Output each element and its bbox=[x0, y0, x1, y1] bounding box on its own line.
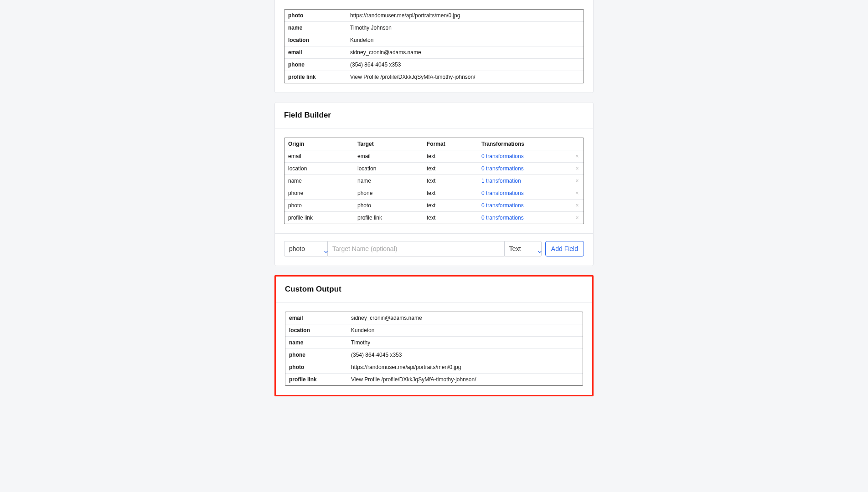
field-value: Kundeton bbox=[346, 34, 584, 46]
field-value: View Profile /profile/DXkkJqSyMfA-timoth… bbox=[347, 374, 583, 385]
custom-output-table: emailsidney_cronin@adams.namelocationKun… bbox=[285, 312, 583, 386]
transformations-link[interactable]: 0 transformations bbox=[481, 202, 524, 209]
add-field-button[interactable]: Add Field bbox=[545, 241, 584, 256]
table-row: emailemailtext0 transformations× bbox=[284, 150, 584, 163]
custom-output-highlight: Custom Output emailsidney_cronin@adams.n… bbox=[274, 275, 594, 396]
transformations-cell: 0 transformations bbox=[478, 200, 571, 211]
table-row: photophototext0 transformations× bbox=[284, 200, 584, 212]
origin-cell: email bbox=[284, 150, 354, 162]
field-key: phone bbox=[284, 59, 346, 71]
table-row: locationlocationtext0 transformations× bbox=[284, 163, 584, 175]
custom-output-header: Custom Output bbox=[276, 277, 592, 302]
table-row: emailsidney_cronin@adams.name bbox=[285, 312, 583, 324]
target-cell: email bbox=[354, 150, 423, 162]
format-cell: text bbox=[423, 150, 478, 162]
field-builder-header: Field Builder bbox=[275, 102, 593, 128]
field-value: https://randomuser.me/api/portraits/men/… bbox=[346, 10, 584, 21]
delete-row-button[interactable]: × bbox=[571, 175, 584, 187]
delete-row-button[interactable]: × bbox=[571, 200, 584, 211]
field-key: photo bbox=[285, 361, 347, 373]
col-transformations: Transformations bbox=[478, 138, 571, 150]
table-row: nameTimothy Johnson bbox=[284, 22, 584, 34]
field-key: location bbox=[284, 34, 346, 46]
table-header-row: OriginTargetFormatTransformations bbox=[284, 138, 584, 150]
field-value: https://randomuser.me/api/portraits/men/… bbox=[347, 361, 583, 373]
table-row: profile linkView Profile /profile/DXkkJq… bbox=[285, 374, 583, 385]
origin-cell: phone bbox=[284, 187, 354, 199]
col-delete bbox=[571, 138, 584, 150]
add-field-button-label: Add Field bbox=[551, 245, 578, 252]
table-row: phone(354) 864-4045 x353 bbox=[284, 59, 584, 71]
table-row: phonephonetext0 transformations× bbox=[284, 187, 584, 200]
delete-row-button[interactable]: × bbox=[571, 187, 584, 199]
transformations-link[interactable]: 0 transformations bbox=[481, 215, 524, 221]
origin-cell: location bbox=[284, 163, 354, 174]
field-key: email bbox=[284, 46, 346, 58]
origin-cell: profile link bbox=[284, 212, 354, 224]
field-key: phone bbox=[285, 349, 347, 361]
close-icon: × bbox=[575, 178, 579, 184]
field-value: sidney_cronin@adams.name bbox=[347, 312, 583, 324]
col-format: Format bbox=[423, 138, 478, 150]
field-value: Kundeton bbox=[347, 324, 583, 336]
delete-row-button[interactable]: × bbox=[571, 150, 584, 162]
format-select[interactable]: Text bbox=[504, 241, 542, 256]
table-row: nameTimothy bbox=[285, 337, 583, 349]
field-key: photo bbox=[284, 10, 346, 21]
transformations-cell: 0 transformations bbox=[478, 187, 571, 199]
delete-row-button[interactable]: × bbox=[571, 163, 584, 174]
field-builder-card: Field Builder OriginTargetFormatTransfor… bbox=[274, 102, 594, 266]
field-value: View Profile /profile/DXkkJqSyMfA-timoth… bbox=[346, 71, 584, 83]
field-builder-title: Field Builder bbox=[284, 111, 584, 120]
close-icon: × bbox=[575, 153, 579, 159]
close-icon: × bbox=[575, 165, 579, 172]
field-builder-table: OriginTargetFormatTransformationsemailem… bbox=[284, 138, 584, 224]
field-key: name bbox=[285, 337, 347, 348]
col-origin: Origin bbox=[284, 138, 354, 150]
origin-select-value: photo bbox=[289, 245, 305, 252]
custom-output-title: Custom Output bbox=[285, 285, 583, 294]
target-cell: name bbox=[354, 175, 423, 187]
transformations-cell: 0 transformations bbox=[478, 150, 571, 162]
source-data-card: photohttps://randomuser.me/api/portraits… bbox=[274, 0, 594, 93]
target-cell: location bbox=[354, 163, 423, 174]
table-row: profile linkView Profile /profile/DXkkJq… bbox=[284, 71, 584, 83]
custom-output-card: Custom Output emailsidney_cronin@adams.n… bbox=[276, 277, 592, 395]
add-field-row: photo Text Add Field bbox=[275, 233, 593, 266]
col-target: Target bbox=[354, 138, 423, 150]
close-icon: × bbox=[575, 215, 579, 221]
table-row: photohttps://randomuser.me/api/portraits… bbox=[284, 10, 584, 22]
target-cell: photo bbox=[354, 200, 423, 211]
field-key: email bbox=[285, 312, 347, 324]
field-key: name bbox=[284, 22, 346, 34]
table-row: phone(354) 864-4045 x353 bbox=[285, 349, 583, 361]
field-value: Timothy bbox=[347, 337, 583, 348]
target-cell: phone bbox=[354, 187, 423, 199]
transformations-link[interactable]: 0 transformations bbox=[481, 165, 524, 172]
delete-row-button[interactable]: × bbox=[571, 212, 584, 224]
source-data-table: photohttps://randomuser.me/api/portraits… bbox=[284, 9, 584, 83]
origin-select[interactable]: photo bbox=[284, 241, 328, 256]
format-cell: text bbox=[423, 200, 478, 211]
field-value: (354) 864-4045 x353 bbox=[346, 59, 584, 71]
field-key: profile link bbox=[284, 71, 346, 83]
format-cell: text bbox=[423, 163, 478, 174]
format-cell: text bbox=[423, 175, 478, 187]
transformations-link[interactable]: 0 transformations bbox=[481, 190, 524, 196]
target-name-input[interactable] bbox=[328, 241, 504, 256]
target-cell: profile link bbox=[354, 212, 423, 224]
field-value: Timothy Johnson bbox=[346, 22, 584, 34]
close-icon: × bbox=[575, 202, 579, 209]
transformations-link[interactable]: 0 transformations bbox=[481, 153, 524, 159]
transformations-cell: 0 transformations bbox=[478, 212, 571, 224]
field-value: sidney_cronin@adams.name bbox=[346, 46, 584, 58]
format-select-value: Text bbox=[509, 245, 521, 252]
origin-cell: name bbox=[284, 175, 354, 187]
close-icon: × bbox=[575, 190, 579, 196]
field-key: location bbox=[285, 324, 347, 336]
format-cell: text bbox=[423, 187, 478, 199]
transformations-link[interactable]: 1 transformation bbox=[481, 178, 521, 184]
table-row: locationKundeton bbox=[285, 324, 583, 337]
field-value: (354) 864-4045 x353 bbox=[347, 349, 583, 361]
origin-cell: photo bbox=[284, 200, 354, 211]
